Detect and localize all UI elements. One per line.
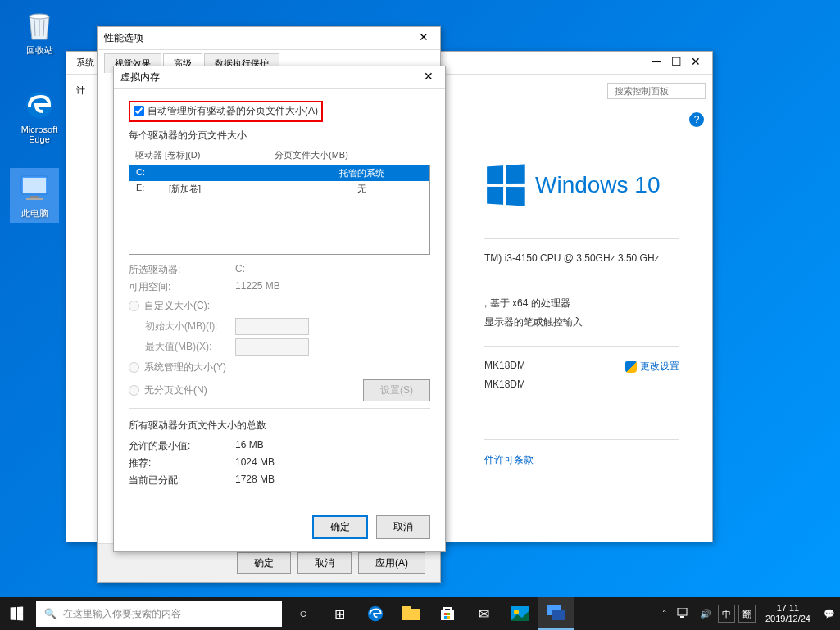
- svg-rect-5: [26, 198, 43, 200]
- drive-col-label: 驱动器 [卷标](D): [135, 149, 275, 161]
- current-value: 1728 MB: [235, 474, 275, 487]
- svg-point-0: [30, 14, 49, 19]
- cpu-info: TM) i3-4150 CPU @ 3.50GHz 3.50 GHz: [484, 252, 679, 264]
- svg-rect-10: [444, 613, 447, 615]
- vm-close-icon[interactable]: ✕: [419, 70, 438, 86]
- taskbar: 🔍 在这里输入你要搜索的内容 ○ ⊞ ✉ ˄ 🔊 中 翻 17:11 2019/…: [0, 597, 840, 630]
- drive-row-e[interactable]: E: [新加卷] 无: [129, 181, 429, 197]
- svg-rect-3: [23, 178, 46, 193]
- current-label: 当前已分配:: [129, 474, 235, 487]
- svg-rect-4: [30, 196, 39, 198]
- close-icon[interactable]: ✕: [686, 55, 706, 71]
- license-link[interactable]: 件许可条款: [484, 454, 534, 465]
- desktop-icon-pc[interactable]: 此电脑: [10, 168, 59, 223]
- svg-rect-8: [402, 606, 411, 610]
- initial-size-label: 初始大小(MB)(I):: [145, 320, 235, 333]
- recommended-label: 推荐:: [129, 456, 235, 470]
- ime-indicator-1[interactable]: 中: [718, 605, 735, 623]
- edge-label: Microsoft Edge: [15, 125, 64, 144]
- perf-apply-button[interactable]: 应用(A): [358, 552, 425, 574]
- svg-rect-7: [402, 609, 420, 620]
- breadcrumb: 计: [73, 84, 85, 97]
- taskbar-store-icon[interactable]: [429, 597, 465, 630]
- vm-ok-button[interactable]: 确定: [312, 515, 368, 539]
- recycle-label: 回收站: [15, 44, 64, 57]
- paging-col-label: 分页文件大小(MB): [275, 149, 348, 161]
- cortana-icon[interactable]: ○: [285, 597, 321, 630]
- selected-drive-value: C:: [235, 263, 245, 277]
- selected-drive-label: 所选驱动器:: [129, 263, 235, 277]
- windows-logo: Windows 10: [484, 165, 679, 206]
- shield-icon: [625, 361, 637, 373]
- drive-list-header: 驱动器 [卷标](D) 分页文件大小(MB): [129, 146, 430, 165]
- available-space-value: 11225 MB: [235, 280, 280, 294]
- taskbar-system-icon[interactable]: [538, 597, 574, 630]
- system-managed-radio[interactable]: 系统管理的大小(Y): [129, 360, 430, 374]
- pc-label: 此电脑: [13, 207, 56, 220]
- tray-date: 2019/12/24: [765, 614, 810, 624]
- svg-rect-19: [680, 616, 684, 618]
- no-paging-radio[interactable]: 无分页文件(N): [129, 383, 207, 397]
- tray-clock[interactable]: 17:11 2019/12/24: [757, 603, 819, 624]
- search-icon: 🔍: [44, 608, 57, 619]
- notification-icon[interactable]: 💬: [819, 597, 840, 630]
- svg-rect-18: [678, 608, 687, 615]
- max-size-input: [235, 338, 309, 356]
- maximize-icon[interactable]: ☐: [666, 55, 686, 71]
- max-size-label: 最大值(MB)(X):: [145, 340, 235, 354]
- drive-row-c[interactable]: C: 托管的系统: [129, 165, 429, 181]
- start-button[interactable]: [0, 597, 33, 630]
- set-button: 设置(S): [363, 379, 430, 401]
- taskbar-explorer-icon[interactable]: [393, 597, 429, 630]
- drive-list[interactable]: C: 托管的系统 E: [新加卷] 无: [129, 165, 430, 255]
- auto-manage-input[interactable]: [134, 106, 144, 116]
- custom-size-radio[interactable]: 自定义大小(C):: [129, 299, 430, 313]
- windows-icon: [11, 607, 23, 621]
- search-placeholder: 在这里输入你要搜索的内容: [63, 607, 181, 621]
- auto-manage-highlight: 自动管理所有驱动器的分页文件大小(A): [129, 101, 323, 122]
- totals-header: 所有驱动器分页文件大小的总数: [129, 419, 430, 433]
- auto-manage-label: 自动管理所有驱动器的分页文件大小(A): [148, 104, 318, 118]
- available-space-label: 可用空间:: [129, 280, 235, 294]
- edge-icon: [23, 88, 56, 121]
- help-icon[interactable]: ?: [689, 112, 704, 127]
- computer-name2: MK18DM: [484, 378, 679, 390]
- svg-rect-17: [552, 610, 565, 620]
- vm-cancel-button[interactable]: 取消: [376, 515, 430, 539]
- tray-time: 17:11: [765, 603, 810, 614]
- perf-cancel-button[interactable]: 取消: [297, 552, 352, 574]
- min-allowed-label: 允许的最小值:: [129, 439, 235, 453]
- initial-size-input: [235, 318, 309, 335]
- pen-info: 显示器的笔或触控输入: [484, 315, 679, 329]
- task-view-icon[interactable]: ⊞: [321, 597, 357, 630]
- desktop-icon-recycle[interactable]: 回收站: [15, 8, 64, 57]
- svg-point-15: [514, 610, 519, 614]
- svg-rect-13: [447, 616, 450, 619]
- ime-indicator-2[interactable]: 翻: [738, 605, 756, 623]
- taskbar-edge-icon[interactable]: [357, 597, 393, 630]
- change-settings-link[interactable]: 更改设置: [625, 360, 679, 374]
- vm-title: 虚拟内存: [120, 70, 419, 84]
- minimize-icon[interactable]: ─: [647, 55, 666, 71]
- svg-rect-12: [444, 616, 447, 619]
- taskbar-mail-icon[interactable]: ✉: [465, 597, 502, 630]
- desktop-icon-edge[interactable]: Microsoft Edge: [15, 88, 64, 144]
- min-allowed-value: 16 MB: [235, 439, 264, 453]
- arch-info: , 基于 x64 的处理器: [484, 297, 679, 310]
- tray-volume-icon[interactable]: 🔊: [695, 597, 716, 630]
- perf-close-icon[interactable]: ✕: [414, 30, 434, 47]
- computer-name: MK18DM: [484, 360, 525, 374]
- search-input[interactable]: [607, 83, 706, 99]
- pc-icon: [18, 171, 51, 204]
- taskbar-photos-icon[interactable]: [502, 597, 538, 630]
- auto-manage-checkbox[interactable]: 自动管理所有驱动器的分页文件大小(A): [134, 104, 318, 118]
- tray-network-icon[interactable]: [672, 597, 695, 630]
- windows-logo-text: Windows 10: [535, 172, 661, 198]
- tray-chevron-icon[interactable]: ˄: [657, 597, 672, 630]
- virtual-memory-dialog: 虚拟内存 ✕ 自动管理所有驱动器的分页文件大小(A) 每个驱动器的分页文件大小 …: [113, 66, 446, 552]
- perf-title: 性能选项: [104, 31, 414, 45]
- each-drive-label: 每个驱动器的分页文件大小: [129, 129, 430, 143]
- recommended-value: 1024 MB: [235, 456, 275, 470]
- perf-ok-button[interactable]: 确定: [237, 552, 291, 574]
- taskbar-search[interactable]: 🔍 在这里输入你要搜索的内容: [36, 601, 282, 627]
